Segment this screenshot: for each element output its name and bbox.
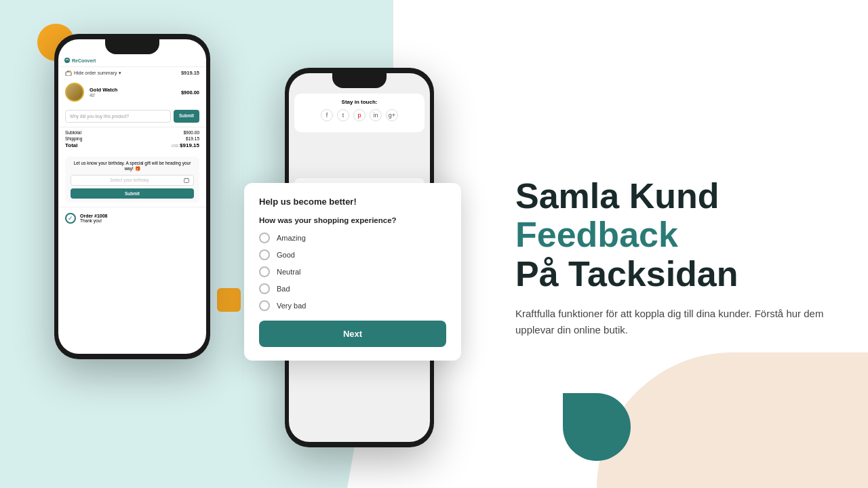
phone2-gap xyxy=(289,138,430,178)
phone-header-bar: ReConvert xyxy=(58,54,206,66)
headline-line1: Samla Kund xyxy=(515,177,827,216)
left-section: ReConvert 1 Hide order summary ▾ $919.15 xyxy=(0,0,475,488)
survey-next-button[interactable]: Next xyxy=(259,321,446,347)
order-summary-bar: 1 Hide order summary ▾ $919.15 xyxy=(58,66,206,79)
order-text: Order #1008 Thank you! xyxy=(80,214,107,223)
survey-title: Help us become better! xyxy=(259,197,446,207)
radio-good[interactable] xyxy=(259,249,270,260)
headline-block: Samla Kund Feedback På Tacksidan xyxy=(515,177,827,293)
facebook-icon[interactable]: f xyxy=(321,109,333,121)
survey-option-neutral[interactable]: Neutral xyxy=(259,266,446,277)
totals-section: Subtotal $900.00 Shipping $19.15 Total U… xyxy=(58,127,206,152)
pinterest-icon[interactable]: p xyxy=(353,109,366,121)
order-confirmed: ✓ Order #1008 Thank you! xyxy=(58,207,206,229)
total-row: Total USD $919.15 xyxy=(65,142,199,148)
svg-rect-4 xyxy=(184,178,189,182)
survey-option-good[interactable]: Good xyxy=(259,249,446,260)
survey-input[interactable]: Why did you buy this product? xyxy=(65,110,171,123)
survey-popup: Help us become better! How was your shop… xyxy=(244,183,461,361)
phone-2-notch xyxy=(332,73,387,88)
reconvert-logo: ReConvert xyxy=(64,57,96,64)
birthday-input[interactable]: Select your birthday xyxy=(71,175,194,186)
survey-option-bad[interactable]: Bad xyxy=(259,283,446,294)
birthday-section: Let us know your birthday. A special gif… xyxy=(65,157,199,203)
survey-question: How was your shopping experience? xyxy=(259,216,446,224)
phone-mockup-1: ReConvert 1 Hide order summary ▾ $919.15 xyxy=(54,34,210,359)
submit-button-small[interactable]: Submit xyxy=(174,110,199,123)
body-text: Kraftfulla funktioner för att koppla dig… xyxy=(515,306,827,338)
watch-image xyxy=(65,83,84,102)
right-section: Samla Kund Feedback På Tacksidan Kraftfu… xyxy=(475,0,868,488)
phone-notch xyxy=(105,39,159,54)
product-info: Gold Watch 40' xyxy=(90,87,176,98)
check-circle-icon: ✓ xyxy=(65,213,76,224)
phone2-social-section: Stay in touch: f t p in g+ xyxy=(294,94,425,132)
radio-bad[interactable] xyxy=(259,283,270,294)
radio-amazing[interactable] xyxy=(259,232,270,243)
svg-point-0 xyxy=(64,58,70,63)
birthday-submit-button[interactable]: Submit xyxy=(71,188,194,199)
headline-line2: Feedback xyxy=(515,216,827,254)
survey-option-very-bad[interactable]: Very bad xyxy=(259,300,446,311)
survey-input-row: Why did you buy this product? Submit xyxy=(65,110,199,123)
radio-very-bad[interactable] xyxy=(259,300,270,311)
shipping-row: Shipping $19.15 xyxy=(65,136,199,141)
phone-1-screen: ReConvert 1 Hide order summary ▾ $919.15 xyxy=(58,39,206,354)
subtotal-row: Subtotal $900.00 xyxy=(65,130,199,135)
survey-option-amazing[interactable]: Amazing xyxy=(259,232,446,243)
radio-neutral[interactable] xyxy=(259,266,270,277)
main-layout: ReConvert 1 Hide order summary ▾ $919.15 xyxy=(0,0,868,488)
social-icons-row: f t p in g+ xyxy=(300,109,419,121)
headline-line3: På Tacksidan xyxy=(515,255,827,293)
twitter-icon[interactable]: t xyxy=(337,109,349,121)
google-icon[interactable]: g+ xyxy=(386,109,398,121)
product-row: Gold Watch 40' $900.00 xyxy=(58,79,206,106)
linkedin-icon[interactable]: in xyxy=(370,109,382,121)
